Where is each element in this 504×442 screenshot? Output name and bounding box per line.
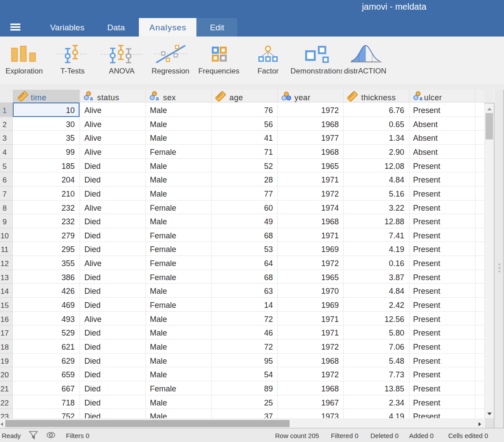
svg-text:a: a xyxy=(90,95,93,101)
svg-text:a: a xyxy=(156,95,159,101)
svg-text:a: a xyxy=(419,95,422,101)
